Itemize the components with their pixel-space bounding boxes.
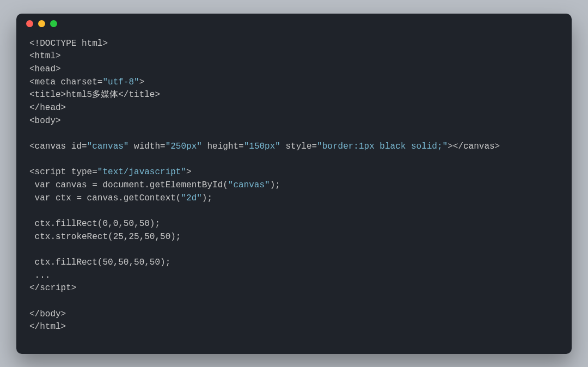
- code-token: >: [139, 77, 145, 87]
- code-token: <!DOCTYPE html>: [29, 39, 108, 48]
- code-token: ...: [29, 271, 50, 280]
- code-token: "canvas": [87, 142, 129, 151]
- code-token: <body>: [29, 116, 61, 126]
- code-line: ...: [29, 270, 559, 283]
- code-token: ipt>: [56, 283, 76, 293]
- code-token: <html>: [29, 51, 61, 61]
- code-line: </script>: [29, 282, 559, 295]
- code-line: <meta charset="utf-8">: [29, 76, 559, 89]
- code-line: [29, 154, 559, 167]
- code-line: var canvas = document.getElementById("ca…: [29, 179, 559, 192]
- code-line: </html>: [29, 321, 559, 334]
- code-token: "utf-8": [102, 77, 139, 87]
- code-line: <script type="text/javascript">: [29, 166, 559, 179]
- code-token: width=: [128, 142, 165, 151]
- code-line: <html>: [29, 50, 559, 63]
- code-token: "canvas": [228, 180, 270, 190]
- code-token: </body>: [29, 309, 66, 319]
- code-token: <canvas id=: [29, 142, 87, 151]
- code-line: <head>: [29, 63, 559, 76]
- code-token: </html>: [29, 322, 66, 332]
- code-line: [29, 295, 559, 308]
- code-window: <!DOCTYPE html><html><head><meta charset…: [16, 14, 572, 354]
- code-token: height=: [202, 142, 244, 151]
- code-line: ctx.strokeRect(25,25,50,50);: [29, 231, 559, 244]
- code-token: "2d": [181, 193, 201, 203]
- code-token: <title>html5多媒体</title>: [29, 90, 160, 100]
- code-token: );: [202, 193, 212, 203]
- minimize-icon[interactable]: [38, 20, 45, 27]
- code-token: </head>: [29, 103, 66, 113]
- code-token: style=: [280, 142, 317, 151]
- code-token: "border:1px black solid;": [317, 142, 448, 151]
- code-area[interactable]: <!DOCTYPE html><html><head><meta charset…: [16, 34, 572, 354]
- code-line: ctx.fillRect(50,50,50,50);: [29, 256, 559, 270]
- code-token: var ctx = canvas.getContext(: [29, 193, 181, 203]
- code-token: var canvas = document.getElementById(: [29, 180, 228, 190]
- code-line: <!DOCTYPE html>: [29, 38, 559, 51]
- window-titlebar: [16, 14, 572, 34]
- code-token: >: [186, 167, 192, 177]
- code-line: [29, 127, 559, 140]
- code-line: [29, 243, 559, 256]
- code-token: ></canvas>: [448, 142, 500, 151]
- code-line: ctx.fillRect(0,0,50,50);: [29, 218, 559, 231]
- zoom-icon[interactable]: [50, 20, 57, 27]
- code-line: <title>html5多媒体</title>: [29, 89, 559, 102]
- code-line: </body>: [29, 308, 559, 321]
- code-token: <head>: [29, 64, 61, 74]
- code-token: );: [270, 180, 280, 190]
- code-token: "250px": [166, 142, 202, 151]
- code-token: "text/javascript": [97, 167, 186, 177]
- code-token: ctx.fillRect(50,50,50,50);: [29, 258, 170, 267]
- code-token: ctx.fillRect(0,0,50,50);: [29, 219, 160, 229]
- code-line: <body>: [29, 115, 559, 128]
- code-token: <script type=: [29, 167, 97, 177]
- code-line: </head>: [29, 102, 559, 115]
- code-line: <canvas id="canvas" width="250px" height…: [29, 140, 559, 154]
- code-line: [29, 205, 559, 218]
- code-token: <meta charset=: [29, 77, 102, 87]
- code-token: </scr: [29, 283, 56, 293]
- code-token: ctx.strokeRect(25,25,50,50);: [29, 232, 181, 242]
- close-icon[interactable]: [26, 20, 33, 27]
- code-line: var ctx = canvas.getContext("2d");: [29, 192, 559, 205]
- code-token: "150px": [244, 142, 280, 151]
